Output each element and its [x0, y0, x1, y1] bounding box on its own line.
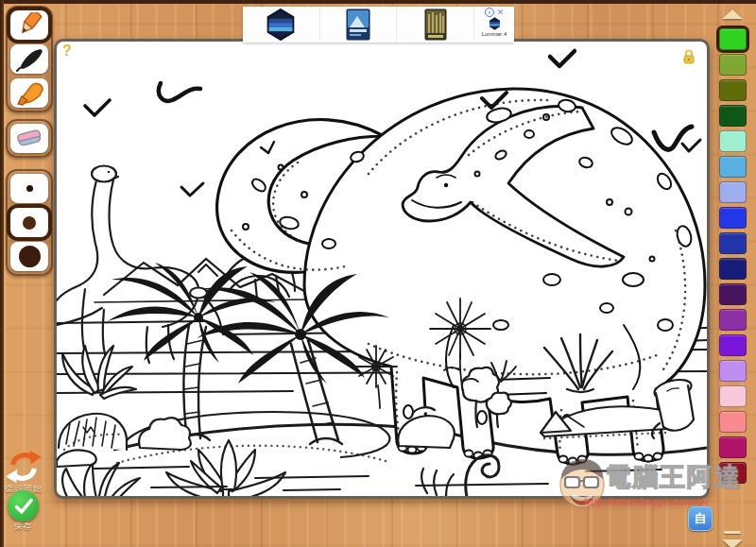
luminar-logo-icon: [266, 9, 296, 41]
pencil-icon: [13, 12, 45, 38]
eraser-icon: [13, 126, 45, 151]
color-swatch[interactable]: [719, 54, 747, 76]
color-swatch[interactable]: [719, 181, 747, 203]
color-swatch[interactable]: [719, 28, 747, 50]
color-swatch[interactable]: [719, 258, 747, 280]
window-frame-left: [0, 0, 4, 547]
ad-attribution-label: Luminar 4: [482, 31, 507, 37]
ad-info-icon[interactable]: i: [485, 8, 494, 17]
coloring-app: { "icons": { "question": "?", "info": "i…: [0, 0, 756, 547]
save-label: 保存: [14, 521, 33, 533]
palette-swatches: [719, 28, 747, 484]
marker-icon: [13, 80, 45, 106]
color-swatch[interactable]: [719, 156, 747, 178]
save-button[interactable]: 保存: [8, 490, 39, 533]
color-swatch[interactable]: [719, 462, 747, 484]
coloring-page-artwork[interactable]: [57, 42, 707, 496]
palette-scroll-up-arrow[interactable]: [722, 9, 743, 19]
color-swatch[interactable]: [719, 309, 747, 331]
brush-size-large-button[interactable]: [10, 242, 48, 271]
checkmark-icon: [13, 497, 34, 516]
tool-group-size: [6, 169, 53, 276]
palette-divider: [724, 531, 741, 534]
color-swatch[interactable]: [719, 283, 747, 305]
eraser-tool-button[interactable]: [10, 124, 48, 153]
tool-group-draw: [6, 6, 53, 112]
save-circle: [8, 490, 39, 521]
ad-product-box-1[interactable]: [319, 7, 397, 43]
restart-arrows-icon: [6, 450, 42, 484]
pencil-tool-button[interactable]: [10, 10, 48, 40]
color-swatch[interactable]: [719, 207, 747, 229]
window-frame-top: [0, 0, 756, 4]
medium-dot-icon: [23, 216, 36, 230]
ad-logo-cell[interactable]: [243, 7, 319, 43]
software-box-blue-icon: [346, 9, 370, 41]
help-icon[interactable]: ?: [62, 43, 72, 60]
ad-attribution-cell: i ✕ Luminar 4: [473, 7, 514, 43]
brush-size-small-button[interactable]: [10, 174, 48, 203]
luminar-small-logo-icon: [489, 17, 501, 30]
large-dot-icon: [19, 246, 41, 267]
pen-icon: [13, 46, 45, 72]
list-badge-button[interactable]: 自: [688, 506, 713, 531]
software-box-dark-icon: [424, 9, 447, 41]
small-dot-icon: [26, 185, 33, 192]
color-swatch[interactable]: [719, 385, 747, 407]
color-swatch[interactable]: [719, 130, 747, 152]
drawing-canvas[interactable]: ?: [54, 39, 710, 499]
ad-close-icon[interactable]: ✕: [497, 9, 505, 17]
list-badge-glyph: 自: [695, 510, 707, 527]
color-palette: [715, 4, 749, 547]
palette-scroll-down-arrow[interactable]: [722, 539, 743, 547]
ad-product-box-2[interactable]: [396, 7, 473, 43]
color-swatch[interactable]: [719, 232, 747, 254]
pen-tool-button[interactable]: [10, 44, 48, 74]
lock-icon[interactable]: [681, 48, 696, 65]
color-swatch[interactable]: [719, 105, 747, 127]
color-swatch[interactable]: [719, 334, 747, 356]
ad-banner: i ✕ Luminar 4: [243, 7, 514, 43]
color-swatch[interactable]: [719, 411, 747, 433]
color-swatch[interactable]: [719, 436, 747, 458]
restart-button[interactable]: 從頭開始: [5, 450, 43, 495]
marker-tool-button[interactable]: [10, 78, 48, 108]
brush-size-medium-button[interactable]: [10, 208, 48, 237]
color-swatch[interactable]: [719, 360, 747, 382]
tool-group-eraser: [6, 119, 53, 158]
color-swatch[interactable]: [719, 79, 747, 101]
